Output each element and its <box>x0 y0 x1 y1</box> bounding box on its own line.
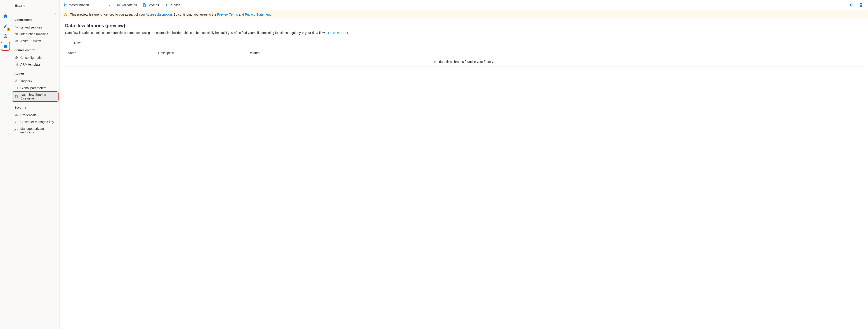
collapse-panel-button[interactable]: « <box>55 11 57 15</box>
svg-rect-3 <box>5 46 6 47</box>
template-icon <box>14 63 18 66</box>
svg-point-15 <box>17 115 18 116</box>
home-icon <box>3 14 8 19</box>
libraries-table: Name Description Related No data flow li… <box>65 49 863 66</box>
sidebar-item-triggers[interactable]: Triggers <box>11 78 59 85</box>
sidebar-item-azure-purview[interactable]: Azure Purview <box>11 37 59 44</box>
credentials-icon <box>14 113 18 117</box>
column-header-name[interactable]: Name <box>68 51 158 55</box>
svg-rect-10 <box>15 63 18 66</box>
preview-terms-link[interactable]: Preview Terms <box>217 13 238 16</box>
notice-text-part: . By continuing you agree to the <box>172 13 217 16</box>
git-icon <box>14 56 18 59</box>
table-empty-state: No data flow libraries found in your fac… <box>65 57 863 66</box>
svg-rect-13 <box>16 95 18 98</box>
plus-icon: ＋ <box>68 40 72 46</box>
sidebar-item-label: Git configuration <box>20 56 43 59</box>
refresh-icon <box>850 3 854 7</box>
sidebar-item-label: Linked services <box>20 26 42 29</box>
sidebar-item-label: Integration runtimes <box>20 32 49 36</box>
svg-rect-7 <box>17 33 18 35</box>
author-button[interactable]: 1 <box>1 22 10 31</box>
key-icon <box>14 120 18 124</box>
svg-point-4 <box>15 27 16 28</box>
divider <box>14 77 56 77</box>
button-label: Publish <box>170 3 180 7</box>
warning-icon <box>64 12 68 17</box>
checklist-icon <box>116 3 120 7</box>
branch-selector[interactable]: master branch ⌄ <box>61 2 113 8</box>
external-link-icon <box>345 31 348 34</box>
library-icon <box>15 95 19 98</box>
section-title: Author <box>11 70 59 77</box>
column-header-description[interactable]: Description <box>158 51 249 55</box>
sidebar-item-arm-template[interactable]: ARM template <box>11 61 59 68</box>
column-header-related[interactable]: Related <box>249 51 860 55</box>
learn-more-link[interactable]: Learn more <box>328 31 348 35</box>
section-title: Source control <box>11 46 59 53</box>
sidebar-item-data-flow-libraries[interactable]: Data flow libraries (preview) <box>12 91 59 102</box>
svg-point-8 <box>16 40 17 41</box>
section-connections: Connections Linked services Integration … <box>11 16 59 46</box>
publish-icon <box>165 3 168 7</box>
svg-point-9 <box>16 57 17 58</box>
notice-text: This preview feature is licensed to you … <box>70 13 272 16</box>
branch-icon <box>63 3 67 7</box>
learn-more-label: Learn more <box>328 31 344 35</box>
save-all-button[interactable]: Save all <box>141 2 161 8</box>
save-icon <box>143 3 146 7</box>
button-label: New <box>74 41 81 44</box>
sidebar-item-credentials[interactable]: Credentials <box>11 112 59 118</box>
sidebar-item-linked-services[interactable]: Linked services <box>11 24 59 31</box>
sidebar-item-label: Credentials <box>20 113 36 117</box>
author-badge: 1 <box>7 28 10 31</box>
svg-point-5 <box>16 27 18 28</box>
section-title: Security <box>11 103 59 111</box>
expand-rail-button[interactable]: » <box>1 2 10 11</box>
expand-tooltip: Expand <box>13 3 27 8</box>
section-title: Connections <box>11 16 59 23</box>
toolbar: master branch ⌄ Validate all Save all Pu… <box>60 0 868 10</box>
svg-rect-6 <box>15 33 16 35</box>
sidebar-item-label: Triggers <box>20 79 32 83</box>
sidebar-item-managed-private-endpoints[interactable]: Managed private endpoints <box>11 125 59 136</box>
sidebar-item-label: Data flow libraries (preview) <box>21 93 55 100</box>
new-button[interactable]: ＋ New <box>65 39 83 47</box>
toolbox-icon <box>3 44 8 49</box>
page-description: Data flow libraries contain custom funct… <box>65 31 863 35</box>
sidebar-item-label: Azure Purview <box>20 39 41 43</box>
description-text: Data flow libraries contain custom funct… <box>65 31 328 35</box>
cloud-icon <box>14 129 18 132</box>
svg-point-16 <box>15 121 16 123</box>
lightning-icon <box>14 79 18 83</box>
pencil-icon <box>3 24 8 29</box>
sidebar-item-git-configuration[interactable]: Git configuration <box>11 54 59 61</box>
monitor-button[interactable] <box>1 32 10 41</box>
notice-text-part: . <box>271 13 272 16</box>
refresh-button[interactable] <box>848 1 855 8</box>
side-panel: « Connections Linked services Integratio… <box>11 0 60 329</box>
svg-point-2 <box>5 36 6 36</box>
publish-button[interactable]: Publish <box>162 2 182 8</box>
gauge-icon <box>3 34 8 38</box>
manage-button[interactable] <box>1 41 10 51</box>
sidebar-item-customer-managed-key[interactable]: Customer managed key <box>11 118 59 125</box>
chevron-down-icon: ⌄ <box>109 3 111 6</box>
validate-all-button[interactable]: Validate all <box>114 2 139 8</box>
preview-notice: This preview feature is licensed to you … <box>60 10 868 19</box>
runtime-icon <box>14 32 18 36</box>
delete-button[interactable] <box>857 1 864 8</box>
section-author: Author Triggers Global parameters Data f… <box>11 70 59 103</box>
sidebar-item-label: Global parameters <box>20 86 46 90</box>
azure-subscription-link[interactable]: Azure subscription <box>146 13 172 16</box>
home-button[interactable] <box>1 12 10 21</box>
privacy-statement-link[interactable]: Privacy Statement <box>245 13 271 16</box>
sidebar-item-global-parameters[interactable]: Global parameters <box>11 85 59 91</box>
sidebar-item-integration-runtimes[interactable]: Integration runtimes <box>11 31 59 37</box>
trash-icon <box>859 3 863 7</box>
svg-rect-20 <box>144 5 145 6</box>
section-source-control: Source control Git configuration ARM tem… <box>11 46 59 70</box>
eye-icon <box>14 39 18 43</box>
content: Data flow libraries (preview) Data flow … <box>60 19 868 70</box>
chevron-left-icon: « <box>55 11 57 15</box>
